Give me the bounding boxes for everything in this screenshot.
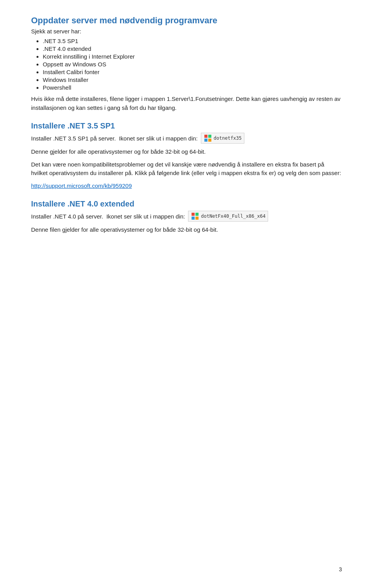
section1-description: Denne gjelder for alle operativsystemer … [31,147,342,156]
section1-install-line: Installer .NET 3.5 SP1 på server. [31,135,116,142]
list-item: Powershell [43,84,342,91]
dotnetfx40-label: dotNetFx40_Full_x86_x64 [201,213,265,219]
section2-title: Installere .NET 4.0 extended [31,199,342,208]
svg-rect-0 [204,135,207,138]
list-item: Windows Installer [43,76,342,83]
section1-link[interactable]: http://support.microsoft.com/kb/959209 [31,182,132,189]
section1-link-paragraph: http://support.microsoft.com/kb/959209 [31,182,342,191]
section2-icon-label: Ikonet ser slik ut i mappen din: [106,213,185,220]
svg-rect-4 [192,213,195,216]
list-item: Installert Calibri fonter [43,69,342,75]
page-title: Oppdater server med nødvendig programvar… [31,16,342,26]
section1-icon-label: Ikonet ser slik ut i mappen din: [119,135,198,142]
installer-icon-svg [204,134,212,142]
section1-compat-text: Det kan være noen kompatibilitetsproblem… [31,160,342,178]
dotnetfx40-icon: dotNetFx40_Full_x86_x64 [188,211,268,222]
svg-rect-6 [192,217,195,220]
section1-install-row: Installer .NET 3.5 SP1 på server. Ikonet… [31,133,342,144]
list-item: .NET 3.5 SP1 [43,38,342,44]
installer-icon-svg-40 [191,212,199,220]
dotnetfx35-label: dotnetfx35 [214,135,242,141]
section1-title: Installere .NET 3.5 SP1 [31,121,342,130]
list-item: Oppsett av Windows OS [43,61,342,68]
svg-rect-7 [195,217,199,220]
if-missing-paragraph: Hvis ikke må dette installeres, filene l… [31,95,342,112]
section2-install-line: Installer .NET 4.0 på server. [31,213,103,220]
list-item: Korrekt innstilling i Internet Explorer [43,53,342,60]
bullet-list: .NET 3.5 SP1 .NET 4.0 extended Korrekt i… [43,38,342,91]
section2-install-row: Installer .NET 4.0 på server. Ikonet ser… [31,211,342,222]
section2-description: Denne filen gjelder for alle operativsys… [31,225,342,234]
svg-rect-3 [208,139,211,142]
svg-rect-1 [208,135,211,138]
list-item: .NET 4.0 extended [43,45,342,52]
svg-rect-2 [204,139,207,142]
intro-text: Sjekk at server har: [31,28,342,35]
dotnetfx35-icon: dotnetfx35 [201,133,244,144]
page-number: 3 [339,566,342,572]
svg-rect-5 [195,213,199,216]
